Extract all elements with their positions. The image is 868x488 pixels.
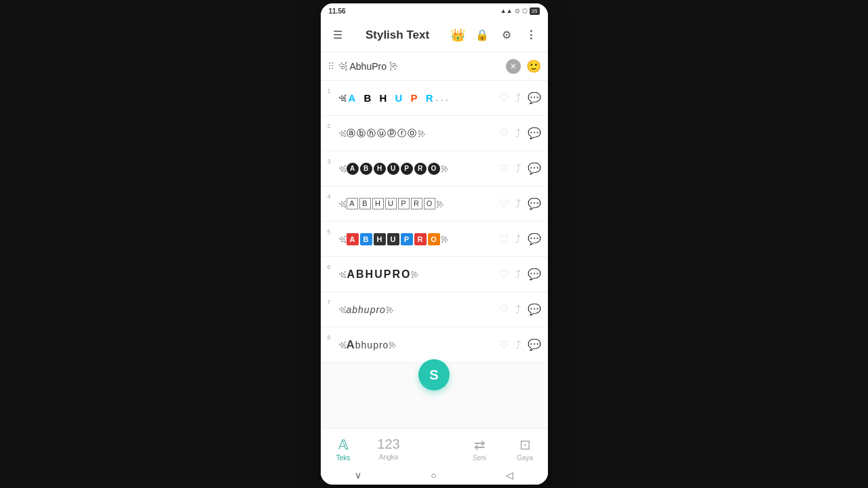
like-button[interactable]: ♡	[499, 303, 509, 316]
status-right: ▲▲ ⊙ ⬡ 35	[500, 7, 540, 15]
menu-icon: ☰	[333, 28, 342, 41]
share-button[interactable]: ⤴	[515, 163, 521, 175]
table-row: 8 ꧁ A bhupro ꧂ ♡ ⤴ 💬	[321, 327, 548, 363]
angka-icon: 123	[377, 436, 399, 452]
item-actions: ♡ ⤴ 💬	[499, 127, 541, 140]
teks-label: Teks	[336, 454, 351, 462]
nav-seni-item[interactable]: ⇄ Seni	[457, 434, 502, 462]
bottom-nav: 𝔸 Teks 123 Angka ⇄ Seni ⊡ Gaya	[321, 428, 548, 466]
text-input-area[interactable]: ꧁ AbhuPro ꧂	[338, 61, 500, 72]
table-row: 4 ꧁ ABHUPRO ꧂ ♡ ⤴ 💬	[321, 186, 548, 222]
like-button[interactable]: ♡	[499, 197, 509, 210]
table-row: 5 ꧁ A B H U P R O ꧂ ♡ ⤴ 💬	[321, 222, 548, 257]
style-text[interactable]: ꧁ abhupro ꧂	[338, 304, 495, 315]
teks-icon: 𝔸	[338, 436, 349, 453]
whatsapp-button[interactable]: 💬	[528, 303, 541, 316]
like-button[interactable]: ♡	[499, 92, 509, 104]
clear-button[interactable]: ✕	[506, 59, 521, 74]
input-row: ⠿ ꧁ AbhuPro ꧂ ✕ 🙂	[321, 52, 548, 81]
app-title: Stylish Text	[353, 28, 442, 42]
item-number: 4	[328, 193, 334, 200]
menu-button[interactable]: ☰	[329, 26, 347, 44]
style-text[interactable]: ꧁ ABHUPRO ꧂	[338, 198, 495, 209]
item-actions: ♡ ⤴ 💬	[499, 268, 541, 281]
settings-button[interactable]: ⚙	[498, 26, 515, 44]
style-list-wrapper: 1 ꧁ A B H U P R ... ♡ ⤴ 💬	[321, 81, 548, 428]
share-button[interactable]: ⤴	[515, 233, 521, 245]
crown-button[interactable]: 👑	[449, 26, 467, 44]
style-text[interactable]: ꧁ ABHUPRO ꧂	[338, 163, 495, 175]
item-actions: ♡ ⤴ 💬	[499, 162, 541, 175]
item-number: 2	[328, 123, 334, 129]
whatsapp-button[interactable]: 💬	[528, 197, 541, 210]
like-button[interactable]: ♡	[499, 338, 509, 351]
item-actions: ♡ ⤴ 💬	[499, 338, 541, 351]
share-button[interactable]: ⤴	[515, 198, 521, 210]
sys-back-button[interactable]: ◁	[506, 470, 513, 481]
seni-label: Seni	[473, 454, 486, 462]
system-nav-bar: ∨ ○ ◁	[321, 466, 548, 485]
item-number: 7	[328, 299, 334, 306]
whatsapp-button[interactable]: 💬	[528, 268, 541, 281]
style-text[interactable]: ꧁ ⓐⓑⓗⓤⓟⓡⓞ ꧂	[338, 127, 495, 140]
share-button[interactable]: ⤴	[515, 304, 521, 316]
app-bar: ☰ Stylish Text 👑 🔒 ⚙ ⋮	[321, 18, 548, 52]
drag-handle[interactable]: ⠿	[328, 61, 333, 72]
table-row: 3 ꧁ ABHUPRO ꧂ ♡ ⤴ 💬	[321, 151, 548, 186]
whatsapp-button[interactable]: 💬	[528, 162, 541, 175]
item-actions: ♡ ⤴ 💬	[499, 92, 541, 104]
gaya-label: Gaya	[517, 454, 533, 462]
style-text[interactable]: ꧁ A B H U P R O ꧂	[338, 233, 495, 245]
input-text-value: AbhuPro	[350, 61, 387, 72]
share-button[interactable]: ⤴	[515, 268, 521, 281]
more-button[interactable]: ⋮	[522, 26, 540, 44]
style-text[interactable]: ꧁ A B H U P R ...	[338, 92, 495, 104]
nav-seni[interactable]	[412, 446, 457, 449]
item-actions: ♡ ⤴ 💬	[499, 232, 541, 245]
nav-gaya[interactable]: ⊡ Gaya	[502, 434, 548, 462]
share-button[interactable]: ⤴	[515, 339, 521, 351]
wifi-icon: ⊙	[515, 7, 520, 14]
share-button[interactable]: ⤴	[515, 127, 521, 140]
item-actions: ♡ ⤴ 💬	[499, 303, 541, 316]
whatsapp-button[interactable]: 💬	[528, 127, 541, 140]
whatsapp-button[interactable]: 💬	[528, 92, 541, 104]
sys-home-button[interactable]: ○	[431, 470, 436, 481]
seni-icon: ⇄	[474, 436, 486, 453]
style-text[interactable]: ꧁ ABHUPRO ꧂	[338, 268, 495, 281]
share-button[interactable]: ⤴	[515, 92, 521, 104]
item-number: 6	[328, 264, 334, 270]
gaya-icon: ⊡	[519, 436, 531, 453]
item-number: 1	[328, 87, 334, 94]
whatsapp-button[interactable]: 💬	[528, 338, 541, 351]
like-button[interactable]: ♡	[499, 127, 509, 140]
item-actions: ♡ ⤴ 💬	[499, 197, 541, 210]
like-button[interactable]: ♡	[499, 162, 509, 175]
deco-icon: ꧁	[338, 94, 349, 102]
angka-label: Angka	[379, 453, 398, 461]
whatsapp-button[interactable]: 💬	[528, 232, 541, 245]
signal-icon: ▲▲	[500, 7, 513, 14]
lock-button[interactable]: 🔒	[473, 26, 491, 44]
sys-down-button[interactable]: ∨	[355, 470, 361, 481]
cast-icon: ⬡	[522, 7, 528, 14]
item-number: 8	[328, 334, 334, 341]
like-button[interactable]: ♡	[499, 268, 509, 281]
style-text[interactable]: ꧁ A bhupro ꧂	[338, 338, 495, 352]
table-row: 2 ꧁ ⓐⓑⓗⓤⓟⓡⓞ ꧂ ♡ ⤴ 💬	[321, 116, 548, 151]
status-bar: 11.56 ▲▲ ⊙ ⬡ 35	[321, 3, 548, 18]
nav-angka[interactable]: 123 Angka	[366, 434, 412, 461]
item-number: 3	[328, 158, 334, 165]
status-time: 11.56	[329, 7, 346, 15]
item-number: 5	[328, 228, 334, 235]
like-button[interactable]: ♡	[499, 232, 509, 245]
deco-left: ꧁	[338, 61, 347, 71]
table-row: 7 ꧁ abhupro ꧂ ♡ ⤴ 💬	[321, 292, 548, 327]
table-row: 1 ꧁ A B H U P R ... ♡ ⤴ 💬	[321, 81, 548, 116]
deco-right: ꧂	[389, 61, 398, 71]
nav-teks[interactable]: 𝔸 Teks	[321, 434, 366, 462]
table-row: 6 ꧁ ABHUPRO ꧂ ♡ ⤴ 💬	[321, 257, 548, 292]
fab-button[interactable]: S	[418, 359, 450, 390]
emoji-button[interactable]: 🙂	[526, 59, 541, 74]
battery-indicator: 35	[530, 7, 540, 15]
